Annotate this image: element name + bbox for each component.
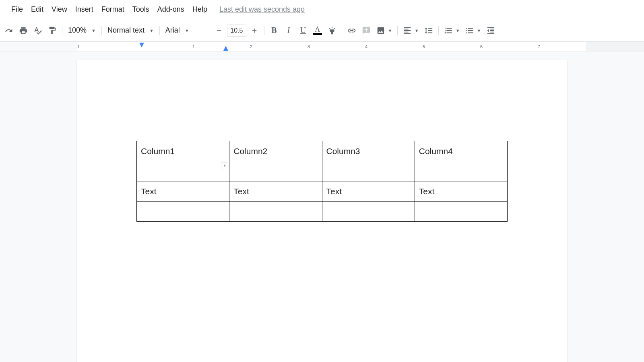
toolbar-separator bbox=[209, 26, 209, 35]
italic-button[interactable]: I bbox=[281, 23, 296, 38]
chevron-down-icon: ▼ bbox=[149, 28, 154, 33]
numbered-list-button[interactable] bbox=[441, 23, 456, 38]
plus-icon bbox=[251, 27, 258, 34]
chevron-down-icon[interactable]: ▼ bbox=[456, 28, 462, 33]
toolbar-separator bbox=[342, 26, 342, 35]
table-row[interactable]: Text Text Text Text bbox=[137, 181, 508, 202]
menu-view[interactable]: View bbox=[47, 3, 71, 16]
menu-insert[interactable]: Insert bbox=[71, 3, 97, 16]
font-family-dropdown[interactable]: Arial ▼ bbox=[162, 23, 206, 38]
text-color-button[interactable]: A bbox=[310, 23, 325, 38]
spellcheck-button[interactable] bbox=[31, 23, 45, 38]
redo-icon bbox=[5, 27, 13, 35]
toolbar-separator bbox=[62, 26, 62, 35]
table-cell[interactable]: Column4 bbox=[415, 141, 507, 161]
table-cell[interactable]: Column2 bbox=[229, 141, 322, 161]
highlight-color-button[interactable] bbox=[325, 23, 339, 38]
last-edit-link[interactable]: Last edit was seconds ago bbox=[219, 5, 305, 14]
highlighter-icon bbox=[328, 26, 336, 35]
table-cell[interactable]: Text bbox=[322, 181, 415, 202]
chevron-down-icon: ▼ bbox=[185, 28, 189, 33]
print-button[interactable] bbox=[16, 23, 31, 38]
bulleted-list-button[interactable] bbox=[462, 23, 477, 38]
font-size-control bbox=[212, 23, 262, 38]
table-cell[interactable] bbox=[415, 161, 507, 181]
chevron-down-icon[interactable]: ▼ bbox=[388, 28, 395, 33]
chevron-down-icon[interactable]: ▼ bbox=[477, 28, 484, 33]
bold-button[interactable]: B bbox=[267, 23, 281, 38]
ruler-tick: 2 bbox=[250, 44, 252, 49]
menu-addons[interactable]: Add-ons bbox=[153, 3, 188, 16]
horizontal-ruler[interactable]: 1 1 2 3 4 5 6 7 bbox=[0, 42, 644, 51]
toolbar-separator bbox=[264, 26, 264, 35]
document-table[interactable]: Column1 Column2 Column3 Column4 ▼ Text T… bbox=[136, 141, 508, 222]
link-icon bbox=[347, 26, 356, 35]
cell-options-button[interactable]: ▼ bbox=[221, 162, 228, 169]
ruler-tick: 5 bbox=[423, 44, 425, 49]
insert-image-button[interactable] bbox=[374, 23, 388, 38]
ruler-tick: 1 bbox=[192, 44, 195, 49]
underline-button[interactable]: U bbox=[296, 23, 310, 38]
ruler-tick: 3 bbox=[308, 44, 310, 49]
toolbar-separator bbox=[397, 26, 398, 35]
table-cell[interactable] bbox=[229, 202, 322, 222]
text-color-a-icon: A bbox=[315, 26, 320, 33]
page[interactable]: Column1 Column2 Column3 Column4 ▼ Text T… bbox=[77, 60, 567, 362]
decrease-indent-button[interactable] bbox=[483, 23, 498, 38]
zoom-dropdown[interactable]: 100% ▼ bbox=[65, 23, 99, 38]
ruler-tick: 4 bbox=[365, 44, 367, 49]
table-cell[interactable]: ▼ bbox=[137, 161, 229, 181]
comment-icon bbox=[362, 26, 371, 35]
align-button[interactable] bbox=[400, 23, 415, 38]
increase-font-button[interactable] bbox=[247, 23, 262, 38]
table-row[interactable]: Column1 Column2 Column3 Column4 bbox=[137, 141, 508, 161]
table-cell[interactable]: Text bbox=[229, 181, 322, 202]
decrease-font-button[interactable] bbox=[212, 23, 226, 38]
line-spacing-button[interactable] bbox=[421, 23, 436, 38]
print-icon bbox=[19, 26, 28, 35]
decrease-indent-icon bbox=[486, 26, 495, 35]
ruler-tick: 1 bbox=[77, 44, 80, 49]
menu-file[interactable]: File bbox=[7, 3, 27, 16]
table-row[interactable]: ▼ bbox=[137, 161, 508, 181]
table-cell[interactable] bbox=[322, 161, 415, 181]
text-color-swatch bbox=[313, 33, 322, 35]
ruler-tick: 7 bbox=[538, 44, 540, 49]
line-spacing-icon bbox=[424, 26, 433, 35]
add-comment-button[interactable] bbox=[359, 23, 374, 38]
menu-edit[interactable]: Edit bbox=[27, 3, 47, 16]
table-cell[interactable] bbox=[229, 161, 322, 181]
toolbar-separator bbox=[438, 26, 439, 35]
table-cell[interactable]: Text bbox=[415, 181, 507, 202]
menu-help[interactable]: Help bbox=[188, 3, 211, 16]
ruler-margin-area bbox=[586, 42, 644, 51]
insert-link-button[interactable] bbox=[345, 23, 359, 38]
font-value: Arial bbox=[165, 26, 180, 35]
chevron-down-icon[interactable]: ▼ bbox=[415, 28, 421, 33]
redo-button[interactable] bbox=[2, 23, 16, 38]
toolbar-separator bbox=[101, 26, 102, 35]
table-cell[interactable] bbox=[415, 202, 507, 222]
image-icon bbox=[376, 26, 385, 35]
table-cell[interactable]: Text bbox=[137, 181, 229, 202]
table-cell[interactable]: Column1 bbox=[137, 141, 229, 161]
chevron-down-icon: ▼ bbox=[91, 28, 96, 33]
toolbar-separator bbox=[159, 26, 160, 35]
table-cell[interactable] bbox=[137, 202, 229, 222]
table-row[interactable] bbox=[137, 202, 508, 222]
menu-tools[interactable]: Tools bbox=[128, 3, 153, 16]
font-size-input[interactable] bbox=[227, 25, 246, 37]
paint-format-icon bbox=[48, 26, 57, 35]
ruler-tick: 6 bbox=[480, 44, 483, 49]
ruler-page-area bbox=[77, 42, 644, 51]
table-cell[interactable] bbox=[322, 202, 415, 222]
paint-format-button[interactable] bbox=[45, 23, 60, 38]
bulleted-list-icon bbox=[465, 26, 474, 35]
align-left-icon bbox=[403, 26, 412, 35]
style-value: Normal text bbox=[107, 26, 144, 35]
paragraph-style-dropdown[interactable]: Normal text ▼ bbox=[104, 23, 157, 38]
table-cell[interactable]: Column3 bbox=[322, 141, 415, 161]
menu-bar: File Edit View Insert Format Tools Add-o… bbox=[0, 0, 644, 19]
zoom-value: 100% bbox=[68, 26, 87, 35]
menu-format[interactable]: Format bbox=[97, 3, 128, 16]
